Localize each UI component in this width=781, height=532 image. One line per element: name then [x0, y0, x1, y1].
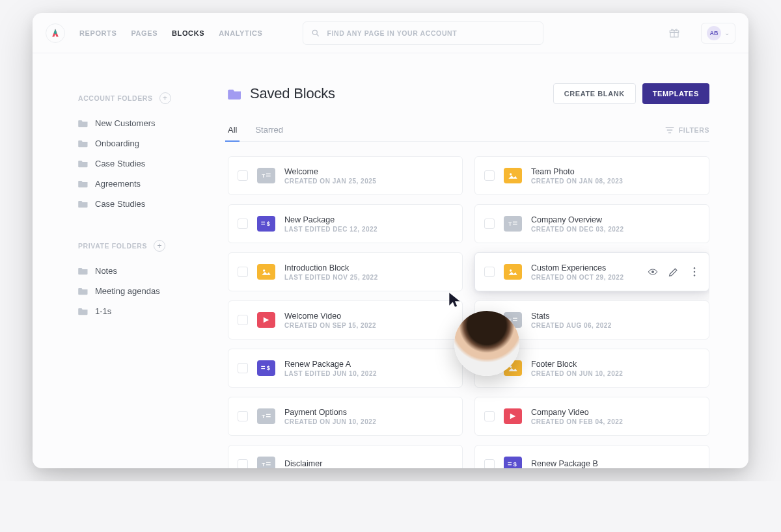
- price-block-icon: $: [257, 216, 275, 232]
- svg-point-20: [651, 271, 654, 273]
- video-block-icon: [257, 312, 275, 328]
- svg-point-18: [263, 269, 265, 271]
- svg-line-1: [317, 34, 319, 36]
- block-title: Company Video: [531, 408, 700, 417]
- select-checkbox[interactable]: [238, 267, 248, 277]
- block-card[interactable]: Footer BlockCREATED ON JUN 10, 2022: [474, 349, 709, 388]
- nav-item-reports[interactable]: REPORTS: [79, 29, 116, 37]
- select-checkbox[interactable]: [238, 219, 248, 229]
- select-checkbox[interactable]: [484, 219, 495, 229]
- block-card[interactable]: Company VideoCREATED ON FEB 04, 2022: [474, 397, 709, 436]
- app-logo[interactable]: [46, 23, 65, 43]
- block-meta: CREATED ON SEP 15, 2022: [284, 322, 453, 329]
- sidebar-item-private-1[interactable]: Meeting agendas: [78, 281, 195, 301]
- sidebar-item-label: Notes: [95, 266, 117, 276]
- private-folders-label: PRIVATE FOLDERS: [78, 242, 147, 250]
- templates-button[interactable]: TEMPLATES: [642, 83, 709, 104]
- select-checkbox[interactable]: [238, 315, 248, 325]
- svg-text:T: T: [508, 317, 512, 323]
- sidebar-item-account-3[interactable]: Agreements: [78, 174, 195, 194]
- tab-starred[interactable]: Starred: [255, 125, 283, 141]
- svg-text:$: $: [514, 461, 517, 468]
- search-input[interactable]: [327, 29, 535, 37]
- more-icon[interactable]: [689, 267, 700, 277]
- sidebar-item-private-2[interactable]: 1-1s: [78, 301, 195, 321]
- block-card[interactable]: $Renew Package ALAST EDITED JUN 10, 2022: [228, 349, 463, 388]
- select-checkbox[interactable]: [484, 459, 495, 468]
- private-folders-header: PRIVATE FOLDERS +: [78, 240, 195, 252]
- svg-text:$: $: [267, 220, 270, 227]
- sidebar-item-label: Agreements: [95, 179, 141, 189]
- block-card[interactable]: Custom ExperiencesCREATED ON OCT 29, 202…: [474, 252, 709, 291]
- block-title: Team Photo: [531, 167, 700, 176]
- view-icon[interactable]: [648, 267, 658, 277]
- sidebar-item-account-4[interactable]: Case Studies: [78, 194, 195, 214]
- block-meta: CREATED ON JAN 25, 2025: [284, 178, 453, 185]
- block-title: Renew Package B: [531, 459, 700, 468]
- block-title: New Package: [284, 215, 453, 224]
- block-meta: LAST EDITED JUN 10, 2022: [284, 370, 453, 377]
- block-card[interactable]: TDisclaimer: [228, 445, 463, 468]
- filters-button[interactable]: FILTERS: [665, 126, 709, 140]
- sidebar-item-account-2[interactable]: Case Studies: [78, 153, 195, 174]
- page-title: Saved Blocks: [250, 85, 335, 102]
- svg-point-22: [694, 271, 696, 273]
- svg-text:T: T: [262, 414, 265, 419]
- svg-point-30: [510, 366, 512, 367]
- image-block-icon: [257, 264, 275, 280]
- sidebar-item-account-0[interactable]: New Customers: [78, 113, 195, 133]
- select-checkbox[interactable]: [484, 267, 495, 277]
- svg-point-0: [313, 30, 318, 34]
- block-card[interactable]: TWelcomeCREATED ON JAN 25, 2025: [228, 156, 463, 195]
- block-card[interactable]: Introduction BlockLAST EDITED NOV 25, 20…: [228, 252, 463, 291]
- nav-item-pages[interactable]: PAGES: [131, 29, 158, 37]
- edit-icon[interactable]: [668, 267, 679, 277]
- price-block-icon: $: [504, 457, 522, 468]
- gift-icon[interactable]: [668, 27, 680, 39]
- select-checkbox[interactable]: [484, 411, 495, 421]
- text-block-icon: T: [504, 312, 522, 328]
- svg-point-21: [694, 267, 696, 269]
- sidebar-item-label: Onboarding: [95, 139, 139, 148]
- block-meta: LAST EDITED NOV 25, 2022: [284, 274, 453, 281]
- block-card[interactable]: Welcome VideoCREATED ON SEP 15, 2022: [228, 300, 463, 339]
- sidebar-item-private-0[interactable]: Notes: [78, 261, 195, 281]
- image-block-icon: [504, 168, 522, 183]
- block-card[interactable]: TPayment OptionsCREATED ON JUN 10, 2022: [228, 397, 463, 436]
- image-block-icon: [504, 360, 522, 376]
- add-private-folder[interactable]: +: [154, 240, 165, 252]
- nav-item-analytics[interactable]: ANALYTICS: [219, 29, 262, 37]
- block-card[interactable]: TCompany OverviewCREATED ON DEC 03, 2022: [474, 204, 709, 243]
- select-checkbox[interactable]: [484, 315, 495, 325]
- account-folders-header: ACCOUNT FOLDERS +: [78, 92, 195, 104]
- sidebar-item-account-1[interactable]: Onboarding: [78, 133, 195, 153]
- block-title: Welcome: [284, 167, 453, 176]
- block-meta: CREATED ON OCT 29, 2022: [531, 274, 638, 281]
- text-block-icon: T: [257, 408, 275, 424]
- sidebar-item-label: Case Studies: [95, 199, 145, 209]
- select-checkbox[interactable]: [238, 363, 248, 373]
- create-blank-button[interactable]: CREATE BLANK: [553, 83, 636, 104]
- block-title: Custom Experiences: [531, 263, 638, 273]
- svg-text:T: T: [262, 462, 265, 468]
- select-checkbox[interactable]: [238, 459, 248, 468]
- select-checkbox[interactable]: [238, 411, 248, 421]
- chevron-down-icon: ⌄: [724, 29, 730, 36]
- user-menu[interactable]: AB ⌄: [701, 23, 735, 44]
- select-checkbox[interactable]: [484, 363, 495, 373]
- add-account-folder[interactable]: +: [159, 92, 171, 104]
- user-avatar: AB: [707, 26, 721, 40]
- blocks-grid: TWelcomeCREATED ON JAN 25, 2025Team Phot…: [228, 156, 709, 468]
- block-card[interactable]: $New PackageLAST EDITED DEC 12, 2022: [228, 204, 463, 243]
- select-checkbox[interactable]: [238, 170, 248, 181]
- block-card[interactable]: TStatsCREATED AUG 06, 2022: [474, 300, 709, 339]
- block-card[interactable]: Team PhotoCREATED ON JAN 08, 2023: [474, 156, 709, 195]
- search-box[interactable]: [303, 21, 543, 45]
- select-checkbox[interactable]: [484, 170, 495, 181]
- block-meta: CREATED ON JAN 08, 2023: [531, 178, 700, 185]
- block-card[interactable]: $Renew Package B: [474, 445, 709, 468]
- nav-item-blocks[interactable]: BLOCKS: [172, 29, 204, 37]
- block-meta: CREATED ON JUN 10, 2022: [284, 418, 453, 425]
- app-window: REPORTSPAGESBLOCKSANALYTICS AB ⌄ ACCOUNT…: [33, 13, 748, 468]
- tab-all[interactable]: All: [228, 125, 237, 141]
